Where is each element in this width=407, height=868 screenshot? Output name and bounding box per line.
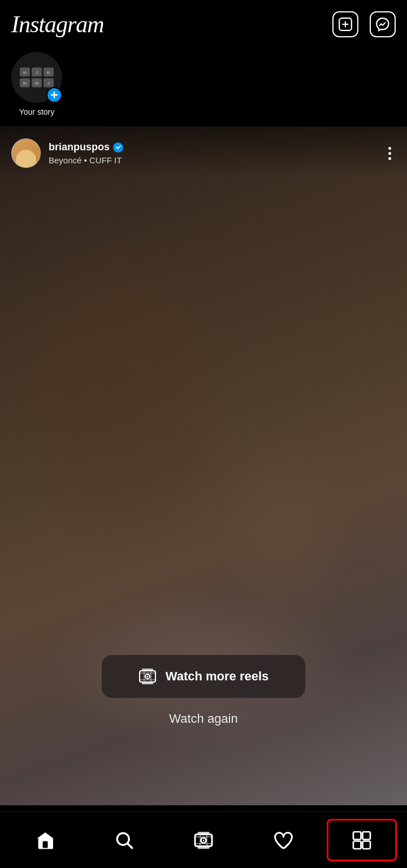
heart-icon (272, 830, 293, 850)
watch-again-label: Watch again (169, 711, 237, 726)
person-silhouette (16, 150, 36, 168)
profile-active-highlight (327, 819, 397, 861)
your-story-label: Your story (19, 107, 55, 116)
dot-3 (388, 157, 391, 160)
your-story-avatar-wrap: H J K N M < (11, 52, 62, 103)
svg-point-21 (203, 839, 205, 841)
instagram-logo: Instagram (11, 11, 104, 38)
messenger-button[interactable] (370, 11, 396, 37)
post-username[interactable]: brianpuspos (49, 141, 123, 153)
post-user-info: brianpuspos Beyoncé • CUFF IT (11, 138, 123, 168)
post-avatar[interactable] (11, 138, 41, 168)
reels-icon (138, 667, 157, 685)
stories-bar: H J K N M < Your story (0, 45, 407, 127)
nav-item-activity[interactable] (243, 812, 322, 868)
post-user-text: brianpuspos Beyoncé • CUFF IT (49, 141, 123, 165)
messenger-icon (375, 17, 390, 32)
nav-item-home[interactable] (6, 812, 85, 868)
watch-more-reels-label: Watch more reels (166, 669, 269, 684)
plus-square-icon (338, 17, 353, 32)
svg-rect-19 (198, 846, 210, 849)
search-icon (114, 830, 135, 850)
svg-rect-18 (198, 832, 210, 835)
svg-point-9 (146, 676, 148, 678)
home-icon (35, 830, 55, 850)
key-n: N (20, 79, 30, 88)
dot-1 (388, 147, 391, 150)
watch-more-reels-button[interactable]: Watch more reels (102, 655, 305, 698)
new-post-button[interactable] (332, 11, 358, 37)
add-story-button[interactable] (46, 87, 62, 103)
reel-center-actions: Watch more reels Watch again (20, 655, 387, 726)
keyboard-illustration: H J K N M < (20, 68, 54, 88)
svg-rect-6 (142, 669, 153, 671)
add-icon (50, 91, 58, 99)
key-k: K (44, 68, 54, 77)
reel-container: brianpuspos Beyoncé • CUFF IT (0, 127, 407, 805)
post-header: brianpuspos Beyoncé • CUFF IT (0, 127, 407, 177)
svg-rect-14 (43, 841, 48, 848)
watch-again-button[interactable]: Watch again (169, 711, 237, 726)
more-options-button[interactable] (384, 142, 396, 164)
your-story-item[interactable]: H J K N M < Your story (11, 52, 62, 116)
header-actions (332, 11, 396, 37)
nav-item-reels[interactable] (164, 812, 243, 868)
avatar-person-icon (12, 138, 40, 168)
username-text: brianpuspos (49, 141, 110, 153)
key-j: J (32, 68, 42, 77)
key-lt: < (44, 79, 54, 88)
app-header: Instagram (0, 0, 407, 45)
svg-rect-7 (142, 682, 153, 684)
checkmark-icon (115, 144, 122, 150)
key-m: M (32, 79, 42, 88)
verified-badge (113, 142, 123, 153)
nav-item-search[interactable] (85, 812, 164, 868)
bottom-navigation (0, 811, 407, 868)
nav-item-profile[interactable] (322, 812, 401, 868)
svg-line-16 (128, 844, 132, 848)
post-subtitle: Beyoncé • CUFF IT (49, 155, 123, 165)
reels-nav-icon (193, 830, 214, 850)
key-h: H (20, 68, 30, 77)
dot-2 (388, 152, 391, 155)
